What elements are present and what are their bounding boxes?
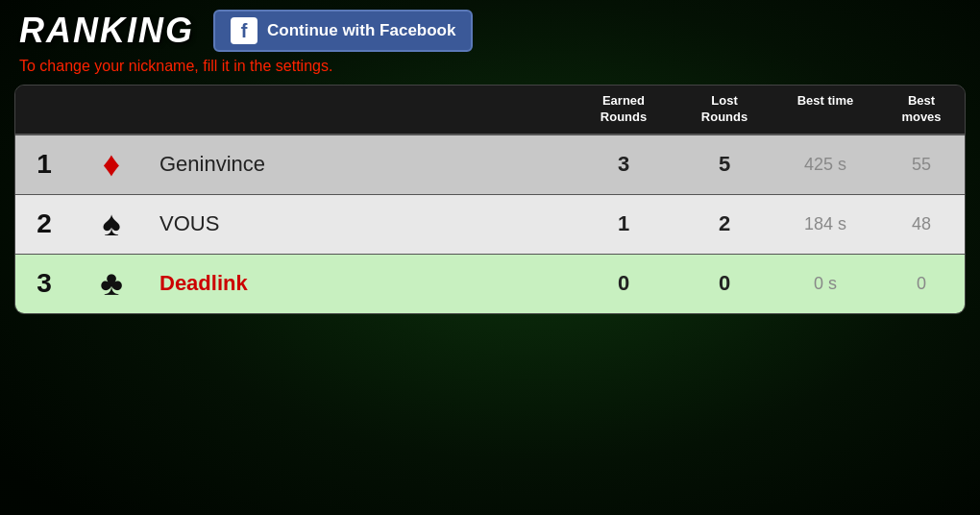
player-name: VOUS [150,211,571,236]
subtitle-text: To change your nickname, fill it in the … [0,56,980,85]
card-suit-icon: ♠ [102,207,120,241]
earned-rounds: 1 [571,211,676,236]
earned-rounds: 3 [571,152,676,177]
lost-rounds: 5 [676,152,772,177]
header: RANKING f Continue with Facebook [0,0,980,56]
card-suit-icon: ♦ [103,147,120,182]
player-name: Geninvince [150,152,571,177]
table-header: EarnedRounds LostRounds Best time Bestmo… [15,86,965,135]
lost-rounds: 0 [676,271,772,296]
best-moves: 55 [878,155,965,175]
icon-cell: ♣ [73,266,150,301]
rank-cell: 3 [15,268,73,299]
col-header-lost: LostRounds [676,93,772,126]
col-header-best-moves: Bestmoves [878,93,965,126]
facebook-button[interactable]: f Continue with Facebook [213,10,473,52]
table-row: 2 ♠ VOUS 1 2 184 s 48 [15,194,965,254]
page-title: RANKING [19,11,194,51]
best-moves: 48 [878,214,965,234]
best-time: 425 s [772,155,878,175]
col-header-rank [15,93,73,126]
rank-cell: 1 [15,149,73,180]
lost-rounds: 2 [676,211,772,236]
table-row: 1 ♦ Geninvince 3 5 425 s 55 [15,135,965,194]
player-name-highlighted: Deadlink [150,271,571,296]
col-header-earned: EarnedRounds [571,93,676,126]
card-suit-icon: ♣ [100,266,123,301]
best-moves: 0 [878,274,965,294]
ranking-table: EarnedRounds LostRounds Best time Bestmo… [14,85,966,314]
best-time: 184 s [772,214,878,234]
col-header-icon [73,93,150,126]
facebook-button-label: Continue with Facebook [267,21,455,40]
page-container: RANKING f Continue with Facebook To chan… [0,0,980,515]
icon-cell: ♠ [73,207,150,241]
icon-cell: ♦ [73,147,150,182]
col-header-name [150,93,571,126]
best-time: 0 s [772,274,878,294]
col-header-best-time: Best time [772,93,878,126]
earned-rounds: 0 [571,271,676,296]
table-row: 3 ♣ Deadlink 0 0 0 s 0 [15,254,965,313]
rank-cell: 2 [15,208,73,239]
facebook-icon: f [231,17,257,44]
